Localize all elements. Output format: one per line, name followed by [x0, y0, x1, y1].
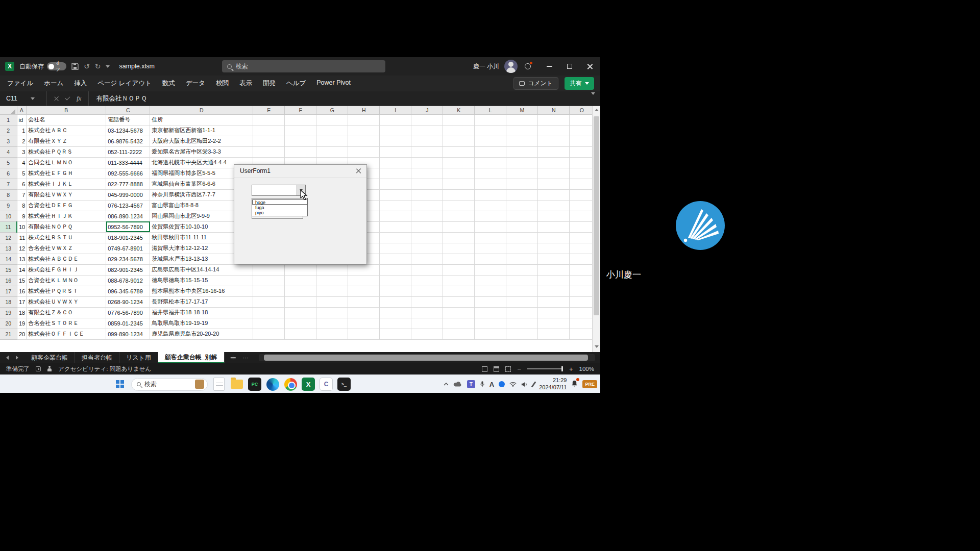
cell-O21[interactable]	[570, 329, 594, 339]
cell-E20[interactable]	[253, 318, 285, 329]
cell-F3[interactable]	[285, 136, 316, 146]
column-header-E[interactable]: E	[253, 106, 285, 114]
cell-C14[interactable]: 029-234-5678	[106, 254, 150, 264]
cell-L14[interactable]	[475, 254, 506, 264]
cell-K16[interactable]	[443, 275, 475, 286]
cell-L18[interactable]	[475, 296, 506, 307]
cell-G18[interactable]	[316, 296, 348, 307]
userform-close-button[interactable]	[351, 165, 366, 177]
cell-C16[interactable]: 088-678-9012	[106, 275, 150, 286]
undo-icon[interactable]: ↺	[84, 63, 90, 70]
combo-item-hoge[interactable]: hoge	[252, 199, 307, 205]
row-header-6[interactable]: 6	[0, 168, 17, 179]
cell-A1[interactable]: id	[17, 114, 27, 125]
ribbon-tab-挿入[interactable]: 挿入	[74, 79, 87, 88]
filename[interactable]: sample.xlsm	[119, 63, 154, 70]
column-header-M[interactable]: M	[506, 106, 538, 114]
cell-I5[interactable]	[380, 157, 411, 168]
cell-B3[interactable]: 有限会社ＸＹＺ	[27, 136, 106, 146]
cell-N1[interactable]	[538, 114, 570, 125]
accessibility-status[interactable]: アクセシビリティ: 問題ありません	[58, 365, 151, 373]
cell-L3[interactable]	[475, 136, 506, 146]
cell-C17[interactable]: 096-345-6789	[106, 286, 150, 296]
start-icon[interactable]	[113, 378, 127, 391]
cell-N19[interactable]	[538, 307, 570, 318]
row-header-16[interactable]: 16	[0, 275, 17, 286]
folder-icon[interactable]	[230, 378, 243, 391]
cell-J1[interactable]	[411, 114, 443, 125]
cell-G15[interactable]	[316, 264, 348, 275]
cell-I14[interactable]	[380, 254, 411, 264]
cell-F16[interactable]	[285, 275, 316, 286]
cell-K2[interactable]	[443, 125, 475, 136]
cell-M18[interactable]	[506, 296, 538, 307]
cell-I10[interactable]	[380, 211, 411, 221]
row-header-7[interactable]: 7	[0, 179, 17, 189]
cell-J19[interactable]	[411, 307, 443, 318]
cell-L10[interactable]	[475, 211, 506, 221]
cell-M14[interactable]	[506, 254, 538, 264]
cell-L1[interactable]	[475, 114, 506, 125]
cell-E1[interactable]	[253, 114, 285, 125]
cell-I21[interactable]	[380, 329, 411, 339]
cell-C18[interactable]: 0268-90-1234	[106, 296, 150, 307]
cell-N17[interactable]	[538, 286, 570, 296]
cell-H3[interactable]	[348, 136, 380, 146]
cell-O2[interactable]	[570, 125, 594, 136]
row-header-15[interactable]: 15	[0, 264, 17, 275]
lightbulb-icon[interactable]	[525, 63, 531, 69]
cell-N11[interactable]	[538, 221, 570, 232]
cell-H19[interactable]	[348, 307, 380, 318]
row-header-11[interactable]: 11	[0, 221, 17, 232]
zoom-out-icon[interactable]: −	[517, 365, 521, 373]
column-header-I[interactable]: I	[380, 106, 411, 114]
cell-K20[interactable]	[443, 318, 475, 329]
cell-C7[interactable]: 022-777-8888	[106, 179, 150, 189]
column-header-G[interactable]: G	[316, 106, 348, 114]
cell-J7[interactable]	[411, 179, 443, 189]
sheet-tab-顧客企業台帳[interactable]: 顧客企業台帳	[24, 352, 75, 363]
cell-C13[interactable]: 0749-67-8901	[106, 243, 150, 254]
row-header-17[interactable]: 17	[0, 286, 17, 296]
ribbon-tab-数式[interactable]: 数式	[162, 79, 175, 88]
cell-M9[interactable]	[506, 200, 538, 211]
cell-G20[interactable]	[316, 318, 348, 329]
cell-F15[interactable]	[285, 264, 316, 275]
cell-N20[interactable]	[538, 318, 570, 329]
cell-L9[interactable]	[475, 200, 506, 211]
cell-I13[interactable]	[380, 243, 411, 254]
cell-B8[interactable]: 有限会社ＶＷＸＹ	[27, 189, 106, 200]
cell-A19[interactable]: 18	[17, 307, 27, 318]
document-icon[interactable]	[212, 378, 226, 391]
cell-F1[interactable]	[285, 114, 316, 125]
cell-O15[interactable]	[570, 264, 594, 275]
cell-K21[interactable]	[443, 329, 475, 339]
cell-J16[interactable]	[411, 275, 443, 286]
normal-view-icon[interactable]	[482, 366, 487, 372]
cell-M2[interactable]	[506, 125, 538, 136]
mic-icon[interactable]	[480, 381, 485, 388]
next-sheet-icon[interactable]	[16, 356, 18, 360]
chevron-up-icon[interactable]	[444, 383, 449, 386]
cell-E18[interactable]	[253, 296, 285, 307]
cell-A5[interactable]: 4	[17, 157, 27, 168]
cell-I4[interactable]	[380, 146, 411, 157]
cell-O1[interactable]	[570, 114, 594, 125]
cell-A14[interactable]: 13	[17, 254, 27, 264]
pen-icon[interactable]	[531, 381, 536, 387]
cell-G21[interactable]	[316, 329, 348, 339]
cell-O5[interactable]	[570, 157, 594, 168]
cell-A13[interactable]: 12	[17, 243, 27, 254]
terminal-icon[interactable]: >_	[337, 378, 351, 391]
sheet-tab-リスト用[interactable]: リスト用	[119, 352, 158, 363]
cell-E15[interactable]	[253, 264, 285, 275]
cell-B11[interactable]: 有限会社ＮＯＰＱ	[27, 221, 106, 232]
select-all-corner[interactable]	[0, 106, 17, 114]
cell-M1[interactable]	[506, 114, 538, 125]
cell-N18[interactable]	[538, 296, 570, 307]
cell-B17[interactable]: 株式会社ＰＱＲＳＴ	[27, 286, 106, 296]
cell-A17[interactable]: 16	[17, 286, 27, 296]
cell-I20[interactable]	[380, 318, 411, 329]
cell-O9[interactable]	[570, 200, 594, 211]
cell-F19[interactable]	[285, 307, 316, 318]
